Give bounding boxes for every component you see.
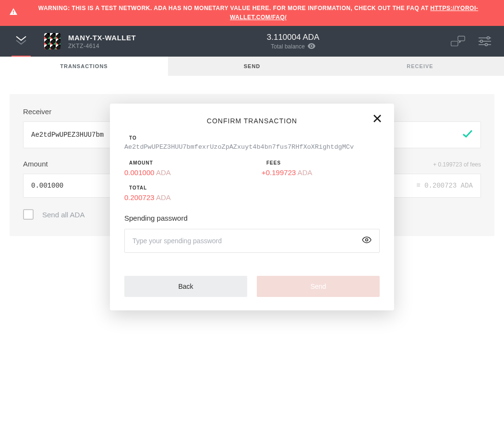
balance-block: 3.110004 ADA Total balance [267, 33, 320, 50]
svg-point-2 [311, 45, 312, 47]
tab-send[interactable]: SEND [168, 57, 336, 76]
fees-value-modal: +0.199723 ADA [262, 168, 380, 177]
receiver-value: Ae2tdPwUPEZ3HUU7bm [31, 131, 104, 139]
svg-rect-1 [13, 13, 14, 14]
tab-transactions[interactable]: TRANSACTIONS [0, 57, 168, 76]
amount-value: 0.001000 [31, 182, 63, 189]
spending-password-label: Spending password [124, 214, 380, 222]
total-value-modal: 0.200723 ADA [124, 193, 380, 201]
warning-icon [10, 8, 17, 18]
amount-value-modal: 0.001000 ADA [124, 168, 242, 177]
amount-total-hint: = 0.200723 ADA [416, 182, 473, 189]
tab-receive[interactable]: RECEIVE [336, 57, 504, 76]
fees-hint: + 0.199723 of fees [433, 161, 481, 168]
warning-bar: WARNING: THIS IS A TEST NETWORK. ADA HAS… [0, 0, 504, 26]
wallet-name: MANY-TX-WALLET [68, 34, 136, 42]
transfer-icon[interactable] [450, 34, 466, 49]
eye-icon[interactable] [308, 43, 315, 50]
warning-text: WARNING: THIS IS A TEST NETWORK. ADA HAS… [22, 4, 494, 22]
confirm-transaction-modal: CONFIRM TRANSACTION TO Ae2tdPwUPEZ3HUU7b… [110, 104, 394, 310]
wallet-id: ZKTZ-4614 [68, 43, 136, 49]
svg-rect-4 [458, 36, 465, 41]
modal-title: CONFIRM TRANSACTION [124, 117, 380, 125]
amount-label: Amount [23, 160, 48, 168]
app-logo-icon[interactable] [12, 32, 31, 51]
to-label: TO [129, 135, 380, 141]
svg-point-10 [485, 44, 488, 46]
amount-label-modal: AMOUNT [129, 160, 242, 166]
to-address: Ae2tdPwUPEZ3HUU7bmfexrUzoZpAZxuyt4b4bn7f… [124, 143, 380, 151]
wallet-info: MANY-TX-WALLET ZKTZ-4614 [68, 34, 136, 49]
wallet-identicon-icon [44, 33, 60, 49]
checkmark-icon [462, 130, 473, 140]
spending-password-input-wrap [124, 229, 380, 253]
balance-amount: 3.110004 ADA [267, 33, 320, 42]
svg-point-9 [480, 40, 483, 43]
total-label-modal: TOTAL [129, 185, 380, 190]
svg-rect-0 [13, 11, 14, 13]
svg-rect-3 [451, 41, 458, 46]
settings-icon[interactable] [477, 34, 492, 49]
spending-password-input[interactable] [132, 237, 362, 245]
eye-icon[interactable] [362, 237, 372, 245]
send-all-checkbox[interactable] [23, 209, 34, 220]
close-icon[interactable] [373, 114, 382, 125]
svg-point-13 [366, 239, 368, 241]
back-button[interactable]: Back [124, 276, 247, 297]
fees-label-modal: FEES [266, 160, 380, 166]
wallet-tabs: TRANSACTIONS SEND RECEIVE [0, 57, 504, 76]
send-all-label: Send all ADA [42, 211, 84, 219]
svg-point-8 [487, 37, 490, 39]
balance-label: Total balance [267, 43, 320, 50]
send-button[interactable]: Send [257, 276, 380, 297]
app-header: MANY-TX-WALLET ZKTZ-4614 3.110004 ADA To… [0, 26, 504, 57]
